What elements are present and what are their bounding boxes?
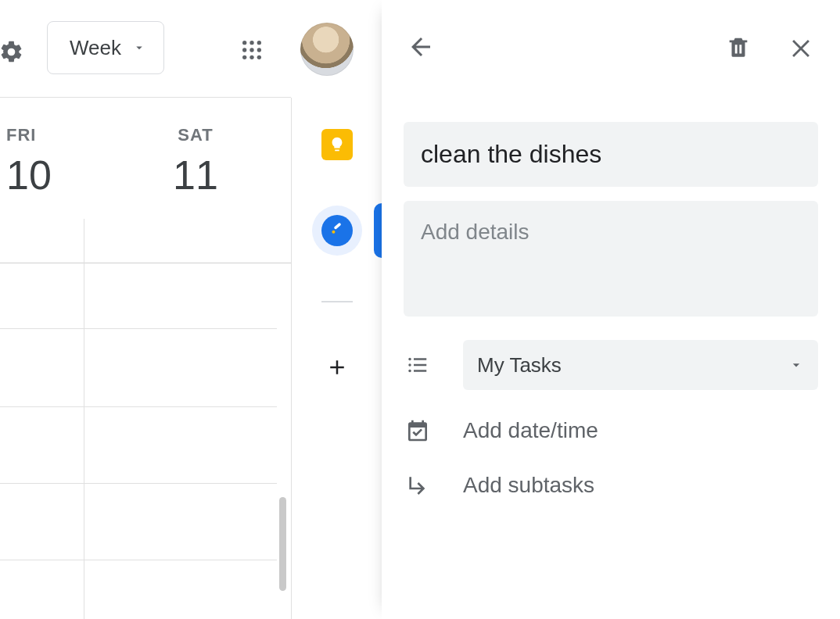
svg-point-2 (257, 41, 261, 45)
task-details-field[interactable] (404, 201, 818, 317)
day-column-sat[interactable]: SAT 11 (141, 125, 250, 199)
task-list-name: My Tasks (477, 353, 562, 377)
task-title-input[interactable] (419, 139, 802, 170)
scrollbar-thumb[interactable] (279, 497, 286, 591)
svg-point-8 (257, 55, 261, 59)
dropdown-icon (132, 41, 146, 55)
view-select-label: Week (70, 36, 121, 60)
add-datetime-button[interactable]: Add date/time (463, 413, 818, 448)
day-headers: FRI 10 SAT 11 (0, 98, 291, 223)
calendar-check-icon (404, 418, 432, 443)
side-panel (291, 98, 382, 619)
tasks-icon (321, 215, 353, 246)
subtask-icon (404, 473, 432, 498)
active-indicator (374, 203, 382, 258)
add-addon-button[interactable] (321, 352, 353, 383)
add-datetime-row: Add date/time (404, 413, 818, 448)
svg-point-3 (242, 48, 246, 52)
task-list-select[interactable]: My Tasks (463, 340, 818, 390)
svg-point-13 (408, 370, 411, 373)
task-panel-header (382, 0, 840, 94)
account-avatar[interactable] (300, 23, 354, 76)
svg-rect-10 (333, 223, 341, 230)
keep-icon (328, 136, 346, 153)
svg-rect-15 (414, 364, 426, 367)
task-details-input[interactable] (419, 218, 802, 296)
day-number: 11 (141, 152, 250, 199)
svg-point-1 (249, 41, 253, 45)
svg-point-4 (249, 48, 253, 52)
dropdown-icon (788, 357, 804, 373)
google-apps-button[interactable] (235, 33, 269, 67)
gear-icon (0, 39, 24, 65)
apps-grid-icon (239, 38, 264, 63)
tasks-button[interactable] (312, 206, 362, 256)
svg-point-0 (242, 41, 246, 45)
list-icon (404, 353, 432, 377)
svg-rect-14 (414, 358, 426, 360)
arrow-left-icon (407, 33, 435, 61)
day-label: FRI (6, 125, 78, 145)
add-subtasks-row: Add subtasks (404, 468, 818, 503)
close-button[interactable] (784, 30, 818, 64)
svg-point-11 (408, 358, 411, 361)
svg-point-6 (242, 55, 246, 59)
task-title-field[interactable] (404, 122, 818, 187)
task-list-row: My Tasks (404, 340, 818, 390)
svg-rect-16 (414, 370, 426, 372)
day-label: SAT (141, 125, 250, 145)
calendar-grid[interactable] (0, 219, 291, 619)
plus-icon (325, 356, 349, 379)
add-subtasks-button[interactable]: Add subtasks (463, 468, 818, 503)
close-icon (788, 34, 814, 60)
day-number: 10 (6, 152, 78, 199)
svg-point-5 (257, 48, 261, 52)
keep-button[interactable] (321, 129, 353, 160)
side-divider (321, 301, 353, 302)
trash-icon (725, 34, 752, 60)
svg-point-12 (408, 363, 411, 367)
back-button[interactable] (404, 30, 438, 64)
svg-point-9 (332, 231, 335, 234)
settings-button[interactable] (0, 34, 28, 69)
calendar-topbar: Week (0, 0, 291, 98)
view-select[interactable]: Week (47, 21, 164, 74)
delete-button[interactable] (721, 30, 756, 64)
task-detail-panel: My Tasks Add date/time Add subtasks (382, 0, 840, 619)
day-column-fri[interactable]: FRI 10 (0, 125, 78, 199)
svg-point-7 (249, 55, 253, 59)
